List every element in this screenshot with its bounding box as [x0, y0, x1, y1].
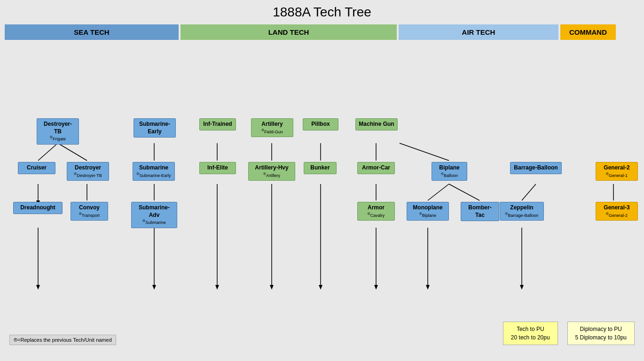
svg-marker-6	[36, 285, 40, 290]
node-armor-car: Armor-Car	[357, 162, 395, 174]
svg-marker-13	[215, 285, 219, 290]
node-biplane: Biplane ®Balloon	[432, 162, 467, 181]
category-headers: SEA TECH LAND TECH AIR TECH COMMAND	[5, 24, 639, 40]
legend-note: ®=Replaces the previous Tech/Unit named	[9, 335, 116, 345]
svg-marker-28	[426, 285, 430, 290]
node-destroyer: Destroyer ®Destroyer-TB	[67, 162, 109, 181]
legend-diplomacy-pu: Diplomacy to PU 5 Diplomacy to 10pu	[567, 322, 635, 345]
svg-line-21	[400, 143, 449, 161]
node-submarine: Submarine ®Submarine-Early	[133, 162, 175, 181]
svg-marker-16	[270, 285, 274, 290]
svg-marker-31	[520, 285, 524, 290]
node-barrage-balloon: Barrage-Balloon	[510, 162, 562, 174]
node-dreadnought: Dreadnought	[13, 202, 63, 214]
legend-area: ®=Replaces the previous Tech/Unit named …	[5, 322, 639, 345]
svg-marker-19	[319, 285, 322, 290]
node-inf-trained: Inf-Trained	[199, 118, 236, 131]
node-artillery-hvy: Artillery-Hvy ®Artillery	[248, 162, 295, 181]
node-convoy: Convoy ®Transport	[71, 202, 108, 221]
svg-line-26	[449, 184, 479, 200]
legend-boxes: Tech to PU 20 tech to 20pu Diplomacy to …	[503, 322, 635, 345]
node-armor: Armor ®Cavalry	[357, 202, 395, 221]
svg-line-29	[522, 184, 536, 200]
category-command: COMMAND	[560, 24, 616, 40]
node-general-3: General-3 ®General-2	[596, 202, 638, 221]
node-bomber-tac: Bomber-Tac	[461, 202, 499, 221]
node-zeppelin: Zeppelin ®Barrage-Balloon	[500, 202, 544, 221]
legend-tech-pu: Tech to PU 20 tech to 20pu	[503, 322, 558, 345]
node-general-2: General-2 ®General-1	[596, 162, 638, 181]
category-land: LAND TECH	[181, 24, 397, 40]
svg-line-0	[38, 143, 58, 161]
tech-pu-desc: 20 tech to 20pu	[511, 333, 550, 342]
node-inf-elite: Inf-Elite	[199, 162, 236, 174]
svg-marker-24	[374, 285, 378, 290]
node-pillbox: Pillbox	[303, 118, 338, 131]
node-artillery: Artillery ®Field-Gun	[251, 118, 293, 137]
node-monoplane: Monoplane ®Biplane	[407, 202, 449, 221]
diplomacy-pu-desc: 5 Diplomacy to 10pu	[575, 333, 627, 342]
tech-pu-title: Tech to PU	[511, 325, 550, 333]
category-sea: SEA TECH	[5, 24, 179, 40]
node-cruiser: Cruiser	[18, 162, 55, 174]
diplomacy-pu-title: Diplomacy to PU	[575, 325, 627, 333]
category-air: AIR TECH	[399, 24, 558, 40]
connector-lines	[5, 46, 639, 318]
node-bunker: Bunker	[304, 162, 337, 174]
page-container: 1888A Tech Tree SEA TECH LAND TECH AIR T…	[0, 0, 644, 361]
tree-area: Destroyer-TB ®Frigate Submarine-Early Cr…	[5, 46, 639, 318]
node-submarine-early: Submarine-Early	[134, 118, 176, 138]
svg-marker-10	[152, 285, 156, 290]
node-destroyer-tb: Destroyer-TB ®Frigate	[37, 118, 79, 145]
node-machine-gun: Machine Gun	[355, 118, 398, 131]
page-title: 1888A Tech Tree	[5, 5, 639, 20]
svg-line-25	[428, 184, 449, 200]
node-submarine-adv: Submarine-Adv ®Submarine	[131, 202, 177, 228]
svg-line-1	[58, 143, 87, 161]
